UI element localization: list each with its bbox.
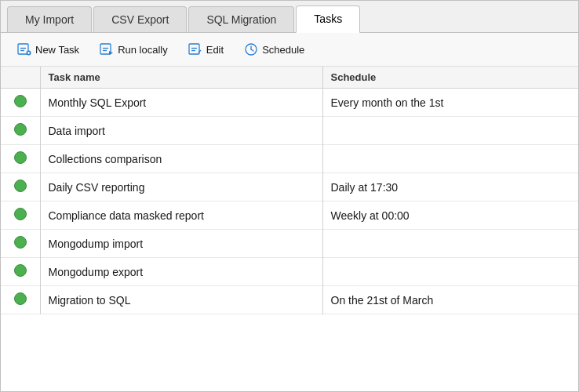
task-name-cell: Compliance data masked report <box>40 201 322 230</box>
status-dot <box>14 208 27 220</box>
schedule-cell <box>322 145 578 173</box>
new-task-icon <box>17 42 31 56</box>
status-dot <box>14 151 27 164</box>
status-dot <box>14 123 27 136</box>
task-name-cell: Daily CSV reporting <box>40 173 322 201</box>
table-row[interactable]: Mongodump export <box>1 258 578 286</box>
status-dot <box>14 264 27 277</box>
svg-rect-10 <box>189 44 199 54</box>
schedule-cell: Daily at 17:30 <box>322 173 578 201</box>
task-name-cell: Monthly SQL Export <box>40 89 322 117</box>
table-row[interactable]: Collections comparison <box>1 145 578 173</box>
schedule-icon <box>244 42 258 56</box>
schedule-button[interactable]: Schedule <box>235 38 313 61</box>
task-name-cell: Collections comparison <box>40 145 322 173</box>
status-cell <box>1 117 40 145</box>
app-container: My Import CSV Export SQL Migration Tasks… <box>0 0 579 392</box>
schedule-label: Schedule <box>262 44 304 56</box>
table-row[interactable]: Data import <box>1 117 578 145</box>
schedule-cell <box>322 117 578 145</box>
task-name-cell: Data import <box>40 117 322 145</box>
tab-sql-migration[interactable]: SQL Migration <box>188 6 294 32</box>
task-name-cell: Mongodump export <box>40 258 322 286</box>
tab-tasks[interactable]: Tasks <box>296 5 360 33</box>
status-dot <box>14 95 27 107</box>
col-header-task-name: Task name <box>40 67 322 89</box>
status-cell <box>1 230 40 258</box>
status-cell <box>1 145 40 173</box>
run-locally-button[interactable]: Run locally <box>91 38 177 61</box>
status-dot <box>14 236 27 249</box>
tasks-table: Task name Schedule Monthly SQL ExportEve… <box>1 67 578 314</box>
new-task-button[interactable]: New Task <box>9 38 88 61</box>
tab-my-import[interactable]: My Import <box>7 6 92 32</box>
table-row[interactable]: Compliance data masked reportWeekly at 0… <box>1 201 578 230</box>
new-task-label: New Task <box>35 44 79 56</box>
edit-label: Edit <box>206 44 224 56</box>
col-header-schedule: Schedule <box>322 67 578 89</box>
status-cell <box>1 173 40 201</box>
run-locally-icon <box>100 42 114 56</box>
col-header-status <box>1 67 40 89</box>
tab-bar: My Import CSV Export SQL Migration Tasks <box>1 1 578 33</box>
task-name-cell: Migration to SQL <box>40 286 322 314</box>
status-cell <box>1 201 40 230</box>
schedule-cell: Every month on the 1st <box>322 89 578 117</box>
status-cell <box>1 258 40 286</box>
table-row[interactable]: Daily CSV reportingDaily at 17:30 <box>1 173 578 201</box>
schedule-cell: Weekly at 00:00 <box>322 201 578 230</box>
toolbar: New Task Run locally Edit <box>1 33 578 67</box>
status-cell <box>1 286 40 314</box>
run-locally-label: Run locally <box>118 44 168 56</box>
table-row[interactable]: Monthly SQL ExportEvery month on the 1st <box>1 89 578 117</box>
edit-icon <box>188 42 202 56</box>
task-name-cell: Mongodump import <box>40 230 322 258</box>
table-row[interactable]: Mongodump import <box>1 230 578 258</box>
status-dot <box>14 292 27 305</box>
schedule-cell <box>322 230 578 258</box>
status-dot <box>14 180 27 192</box>
schedule-cell <box>322 258 578 286</box>
table-row[interactable]: Migration to SQLOn the 21st of March <box>1 286 578 314</box>
schedule-cell: On the 21st of March <box>322 286 578 314</box>
table-header-row: Task name Schedule <box>1 67 578 89</box>
svg-line-15 <box>251 49 253 51</box>
edit-button[interactable]: Edit <box>180 38 232 61</box>
status-cell <box>1 89 40 117</box>
tab-csv-export[interactable]: CSV Export <box>93 6 187 32</box>
table-container: Task name Schedule Monthly SQL ExportEve… <box>1 67 578 314</box>
